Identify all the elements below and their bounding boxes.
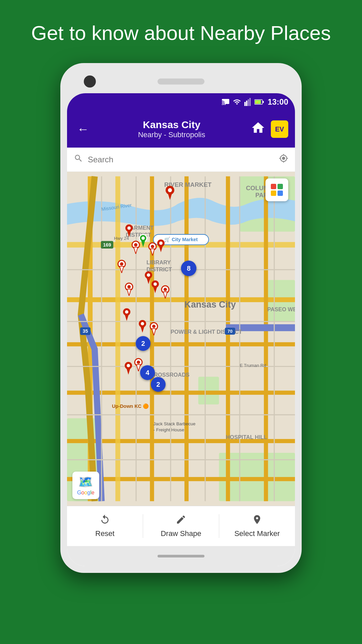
location-icon[interactable] — [279, 154, 288, 165]
back-button[interactable]: ← — [74, 119, 93, 140]
map-pin[interactable] — [156, 239, 166, 252]
map-pin[interactable] — [160, 285, 170, 299]
svg-marker-72 — [141, 240, 145, 247]
select-marker-label: Select Marker — [234, 529, 280, 538]
svg-point-74 — [134, 243, 137, 247]
draw-shape-icon — [176, 514, 186, 527]
wifi-icon — [233, 98, 241, 106]
svg-point-110 — [137, 361, 140, 364]
map-pin[interactable] — [123, 361, 133, 375]
map-pin[interactable] — [164, 185, 176, 200]
svg-marker-108 — [126, 368, 130, 375]
map-pin[interactable] — [124, 224, 134, 237]
map-pin-badge-2b[interactable]: 2 — [151, 377, 166, 392]
svg-rect-0 — [244, 102, 246, 106]
google-pins-icon: 🗺️ — [78, 475, 93, 489]
ev-badge[interactable]: EV — [271, 120, 288, 138]
svg-marker-84 — [120, 266, 124, 273]
draw-shape-label: Draw Shape — [161, 529, 201, 538]
svg-point-83 — [120, 262, 123, 266]
google-logo: 🗺️ Google — [72, 472, 99, 499]
phone-device: ⚡ 13:00 ← Kansas City Nearby - Subtropol… — [60, 63, 302, 573]
select-marker-button[interactable]: Select Marker — [219, 506, 295, 546]
svg-marker-69 — [127, 230, 131, 237]
status-bar: ⚡ 13:00 — [67, 93, 295, 111]
svg-rect-25 — [264, 176, 268, 501]
svg-rect-21 — [115, 176, 120, 501]
svg-marker-81 — [159, 246, 163, 252]
svg-point-71 — [141, 236, 145, 240]
map-pin[interactable] — [122, 308, 132, 321]
svg-point-68 — [127, 226, 131, 230]
svg-text:35: 35 — [83, 328, 88, 334]
map-pin[interactable] — [117, 260, 127, 273]
svg-rect-24 — [226, 176, 230, 501]
svg-marker-75 — [134, 247, 138, 254]
app-bar-title: Kansas City Nearby - Subtropolis — [99, 119, 244, 139]
search-input[interactable] — [88, 155, 274, 164]
status-time: 13:00 — [268, 97, 288, 107]
map-pin[interactable] — [149, 322, 159, 335]
bottom-nav: Reset Draw Shape Select Marker — [67, 506, 295, 546]
svg-marker-105 — [152, 329, 156, 335]
map-pin-white[interactable] — [131, 240, 141, 254]
battery-icon: ⚡ — [254, 99, 264, 105]
map-area[interactable]: RIVER MARKET COLUMBUS PARK GARMENT DISTR… — [67, 172, 295, 506]
svg-text:E Truman Rd: E Truman Rd — [240, 363, 266, 368]
phone-screen: ⚡ 13:00 ← Kansas City Nearby - Subtropol… — [67, 93, 295, 566]
svg-rect-11 — [198, 377, 219, 404]
svg-text:PASEO WEST: PASEO WEST — [267, 306, 295, 312]
map-pin-badge-2a[interactable]: 2 — [136, 336, 150, 351]
svg-marker-99 — [125, 314, 129, 321]
status-icons: ⚡ — [222, 98, 264, 106]
svg-text:Kansas City: Kansas City — [184, 300, 236, 310]
svg-marker-93 — [153, 286, 157, 293]
select-marker-icon — [252, 514, 262, 527]
svg-marker-90 — [127, 289, 131, 296]
svg-point-77 — [151, 245, 154, 248]
svg-point-107 — [127, 364, 130, 367]
cast-icon — [222, 98, 230, 106]
svg-point-104 — [152, 325, 156, 328]
svg-text:Up-Down KC 🟠: Up-Down KC 🟠 — [112, 403, 149, 409]
svg-point-89 — [127, 285, 131, 288]
hero-text: Get to know about Nearby Places — [4, 20, 358, 46]
signal1-icon — [244, 98, 251, 106]
reset-button[interactable]: Reset — [67, 506, 143, 546]
svg-text:- Freight House: - Freight House — [154, 427, 184, 432]
svg-rect-6 — [263, 101, 264, 103]
phone-bottom-bar — [67, 546, 295, 566]
svg-marker-78 — [150, 249, 155, 256]
svg-point-98 — [125, 310, 128, 314]
map-pin[interactable] — [137, 319, 147, 333]
svg-rect-1 — [246, 101, 247, 106]
map-background: RIVER MARKET COLUMBUS PARK GARMENT DISTR… — [67, 172, 295, 506]
svg-rect-3 — [249, 98, 251, 106]
svg-text:70: 70 — [228, 329, 233, 334]
svg-marker-96 — [163, 292, 167, 299]
search-icon — [74, 154, 83, 165]
draw-shape-button[interactable]: Draw Shape — [143, 506, 219, 546]
map-pin-badge-8[interactable]: 8 — [181, 261, 196, 276]
svg-point-92 — [154, 282, 157, 286]
home-button[interactable] — [251, 120, 265, 138]
grid-icon — [271, 184, 283, 196]
svg-point-80 — [159, 241, 163, 245]
map-pin[interactable] — [124, 282, 134, 296]
svg-marker-102 — [140, 326, 144, 333]
reset-label: Reset — [95, 529, 114, 538]
svg-rect-23 — [184, 176, 188, 501]
phone-top-bar — [67, 70, 295, 93]
reset-icon — [100, 514, 110, 527]
city-name: Kansas City — [99, 119, 244, 130]
map-pin[interactable] — [150, 280, 160, 293]
svg-text:Jack Stack Barbecue: Jack Stack Barbecue — [154, 421, 196, 426]
home-indicator — [158, 555, 204, 557]
search-bar — [67, 148, 295, 172]
app-bar: ← Kansas City Nearby - Subtropolis EV — [67, 111, 295, 148]
svg-point-101 — [141, 322, 144, 325]
map-layer-button[interactable] — [265, 178, 288, 201]
svg-text:🛒 City Market: 🛒 City Market — [164, 236, 198, 243]
svg-rect-2 — [248, 99, 249, 106]
camera — [84, 75, 96, 88]
